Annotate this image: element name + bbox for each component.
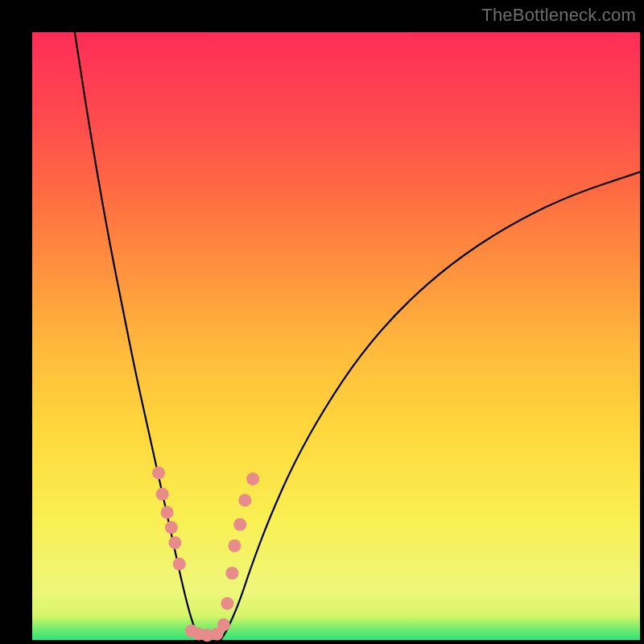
chart-frame: TheBottleneck.com xyxy=(0,0,644,644)
sample-point xyxy=(161,506,174,519)
curve-left xyxy=(75,32,201,640)
sample-point xyxy=(165,521,178,534)
sample-point xyxy=(217,618,230,631)
sample-point xyxy=(221,597,233,610)
sample-point xyxy=(225,567,238,580)
sample-point xyxy=(156,488,169,501)
sample-point xyxy=(233,518,246,531)
sample-point xyxy=(168,536,181,549)
sample-point xyxy=(228,539,241,552)
curve-layer xyxy=(32,32,640,640)
plot-area xyxy=(32,32,640,640)
sample-point xyxy=(173,558,186,571)
curve-right xyxy=(221,172,640,640)
watermark-text: TheBottleneck.com xyxy=(481,5,636,26)
sample-point xyxy=(238,493,251,506)
sample-point xyxy=(246,473,259,485)
sample-point xyxy=(152,466,165,479)
sample-points xyxy=(152,466,259,642)
